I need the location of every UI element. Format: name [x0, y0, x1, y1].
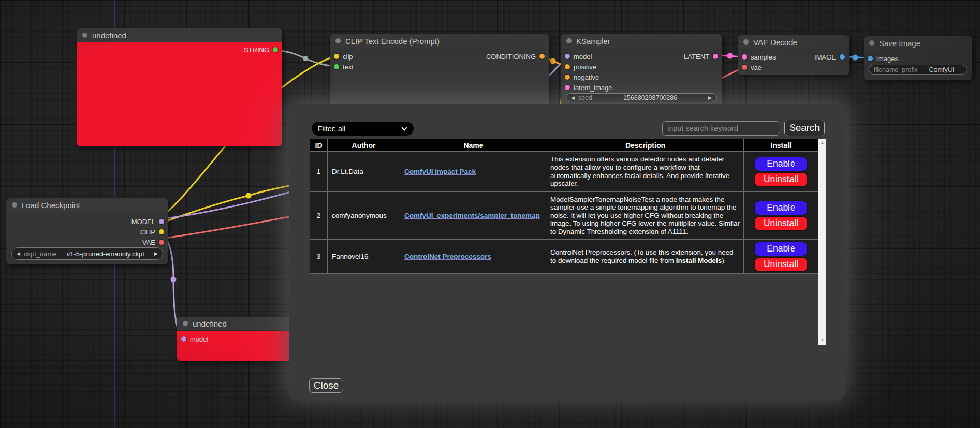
cell-author: Fannovel16	[328, 240, 400, 274]
node-title: KSampler	[576, 37, 610, 46]
node-title-bar[interactable]: Save Image	[864, 36, 972, 50]
output-port-model[interactable]	[159, 219, 164, 224]
filter-select[interactable]: Filter: all	[312, 122, 414, 136]
enable-button[interactable]: Enable	[755, 201, 807, 215]
cell-author: Dr.Lt.Data	[328, 152, 400, 192]
node-ksampler[interactable]: KSampler model positive negative latent_…	[561, 34, 722, 109]
output-label: CONDITIONING	[486, 53, 536, 61]
seed-widget[interactable]: ◀ seed 156680208700286 ▶	[566, 93, 717, 102]
output-port-image[interactable]	[840, 54, 845, 60]
extension-table: ID Author Name Description Install 1 Dr.…	[310, 139, 818, 274]
extension-link[interactable]: ControlNet Preprocessors	[404, 253, 491, 260]
output-label: STRING	[244, 46, 269, 54]
node-title-bar[interactable]: undefined	[77, 28, 282, 42]
next-arrow-icon[interactable]: ▶	[154, 251, 158, 256]
input-label: positive	[574, 63, 596, 71]
enable-button[interactable]: Enable	[755, 242, 807, 256]
wire-cond-dot[interactable]	[550, 58, 556, 64]
wire-clip-dot[interactable]	[246, 193, 252, 199]
wire-latent-dot[interactable]	[727, 53, 733, 59]
enable-button[interactable]: Enable	[755, 157, 807, 171]
node-undefined-top[interactable]: undefined STRING	[77, 28, 282, 146]
table-row: 2 comfyanonymous ComfyUI_experiments/sam…	[310, 192, 818, 240]
scroll-up-icon[interactable]: ▲	[821, 139, 825, 147]
input-port-negative[interactable]	[565, 75, 570, 80]
cell-id: 2	[310, 192, 328, 240]
cell-description: This extension offers various detector n…	[547, 152, 744, 192]
table-scrollbar[interactable]: ▲ ▼	[818, 139, 826, 345]
increment-arrow-icon[interactable]: ▶	[708, 95, 712, 100]
output-port-conditioning[interactable]	[539, 54, 545, 59]
output-label: VAE	[142, 239, 155, 246]
input-label: images	[876, 55, 898, 63]
node-title: CLIP Text Encode (Prompt)	[345, 37, 440, 46]
search-input[interactable]	[662, 121, 780, 136]
widget-value: ComfyUI	[922, 66, 962, 73]
extension-manager-dialog: Filter: all Search ID Author Name Descri…	[289, 104, 845, 400]
input-label: latent_image	[574, 84, 612, 92]
filename-prefix-widget[interactable]: filename_prefix ComfyUI	[869, 65, 967, 75]
decrement-arrow-icon[interactable]: ◀	[571, 95, 575, 100]
node-graph-canvas[interactable]: undefined STRING CLIP Text Encode (Promp…	[0, 0, 980, 428]
widget-label: filename_prefix	[874, 66, 918, 73]
node-title: undefined	[92, 31, 126, 40]
extension-link[interactable]: ComfyUI_experiments/sampler_tonemap	[404, 212, 540, 219]
col-header-install: Install	[744, 139, 818, 152]
output-label: LATENT	[684, 53, 709, 61]
col-header-description: Description	[547, 139, 744, 152]
input-port-vae[interactable]	[742, 65, 747, 70]
node-title: Save Image	[879, 39, 920, 48]
node-title: VAE Decode	[753, 38, 797, 47]
node-vae-decode[interactable]: VAE Decode samples vae IMAGE	[738, 35, 849, 75]
input-port-text[interactable]	[334, 64, 339, 69]
table-row: 1 Dr.Lt.Data ComfyUI Impact Pack This ex…	[310, 152, 818, 192]
output-port-latent[interactable]	[713, 54, 718, 59]
previous-arrow-icon[interactable]: ◀	[17, 251, 20, 256]
widget-label: ckpt_name	[24, 250, 57, 258]
node-clip-text-encode[interactable]: CLIP Text Encode (Prompt) clip text COND…	[330, 34, 549, 109]
cell-id: 3	[310, 240, 328, 274]
input-port-images[interactable]	[868, 56, 873, 61]
table-header-row: ID Author Name Description Install	[310, 139, 818, 152]
node-status-dot	[566, 38, 572, 43]
node-title: Load Checkpoint	[22, 201, 80, 210]
node-title: undefined	[193, 319, 227, 328]
output-port-clip[interactable]	[159, 229, 164, 234]
node-title-bar[interactable]: CLIP Text Encode (Prompt)	[330, 34, 549, 48]
search-button[interactable]: Search	[784, 120, 825, 136]
widget-value: 156680208700286	[596, 94, 705, 101]
table-row: 3 Fannovel16 ControlNet Preprocessors Co…	[310, 240, 818, 274]
input-port-latent-image[interactable]	[565, 85, 570, 90]
node-title-bar[interactable]: Load Checkpoint	[6, 198, 168, 212]
node-title-bar[interactable]: VAE Decode	[738, 35, 849, 49]
node-status-dot	[183, 321, 188, 326]
ckpt-name-widget[interactable]: ◀ ckpt_name v1-5-pruned-emaonly.ckpt ▶	[11, 247, 163, 260]
cell-description: ModelSamplerTonemapNoiseTest a node that…	[547, 192, 744, 240]
col-header-author: Author	[328, 139, 400, 152]
output-label: IMAGE	[814, 53, 836, 61]
input-port-model[interactable]	[181, 336, 186, 342]
col-header-id: ID	[310, 139, 328, 152]
wire-string-dot[interactable]	[303, 56, 308, 61]
input-label: negative	[574, 73, 599, 81]
close-button[interactable]: Close	[309, 378, 343, 393]
node-title-bar[interactable]: KSampler	[561, 34, 722, 48]
output-port-string[interactable]	[273, 47, 278, 52]
wire-model-dot[interactable]	[171, 277, 177, 283]
scroll-down-icon[interactable]: ▼	[821, 336, 825, 345]
input-port-positive[interactable]	[565, 64, 570, 69]
widget-value: v1-5-pruned-emaonly.ckpt	[61, 250, 151, 258]
input-label: text	[343, 63, 354, 71]
input-label: vae	[751, 64, 762, 71]
output-port-vae[interactable]	[159, 240, 164, 245]
uninstall-button[interactable]: Uninstall	[755, 173, 807, 186]
node-load-checkpoint[interactable]: Load Checkpoint MODEL CLIP VAE ◀ ckpt_na…	[6, 198, 168, 264]
uninstall-button[interactable]: Uninstall	[755, 217, 807, 230]
node-save-image[interactable]: Save Image images filename_prefix ComfyU…	[864, 36, 972, 80]
extension-link[interactable]: ComfyUI Impact Pack	[404, 168, 476, 175]
cell-description: ControlNet Preprocessors. (To use this e…	[547, 240, 744, 274]
uninstall-button[interactable]: Uninstall	[755, 258, 807, 271]
wire-image-dot[interactable]	[853, 55, 858, 61]
widget-label: seed	[578, 94, 592, 101]
output-label: MODEL	[131, 218, 155, 226]
